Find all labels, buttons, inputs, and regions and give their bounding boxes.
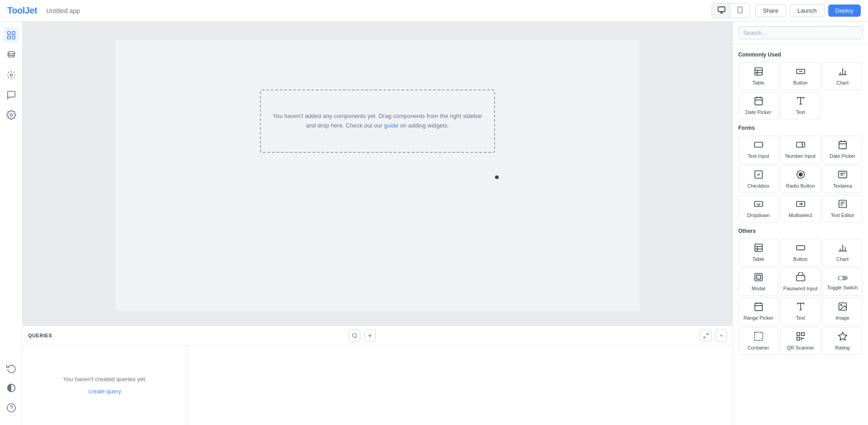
svg-rect-48 bbox=[838, 171, 846, 178]
component-others-chart[interactable]: Chart bbox=[822, 239, 863, 266]
queries-list: You haven't created queries yet. create … bbox=[23, 345, 188, 425]
component-password-input[interactable]: Password Input bbox=[780, 268, 821, 296]
collapse-queries-button[interactable] bbox=[715, 330, 727, 341]
svg-rect-8 bbox=[12, 36, 14, 39]
sidebar-item-components[interactable] bbox=[3, 27, 19, 43]
password-input-icon bbox=[796, 272, 806, 283]
others-grid: Table Button Chart bbox=[738, 239, 863, 355]
right-panel: Commonly Used Table Button bbox=[732, 22, 868, 425]
component-password-input-label: Password Input bbox=[783, 286, 818, 292]
component-container-label: Container bbox=[748, 345, 769, 351]
svg-rect-62 bbox=[796, 246, 804, 250]
component-date-picker[interactable]: Date Picker bbox=[738, 92, 778, 119]
add-query-button[interactable] bbox=[364, 330, 376, 341]
component-others-table-label: Table bbox=[752, 256, 764, 262]
component-radio-button[interactable]: Radio Button bbox=[780, 165, 821, 193]
component-range-picker[interactable]: Range Picker bbox=[738, 298, 778, 325]
device-toggle bbox=[712, 3, 750, 18]
component-qr-scanner-label: QR Scanner bbox=[787, 345, 814, 351]
component-text-editor-label: Text Editor bbox=[831, 212, 854, 218]
desktop-view-button[interactable] bbox=[712, 4, 731, 18]
svg-rect-41 bbox=[839, 142, 846, 149]
mobile-view-button[interactable] bbox=[731, 4, 749, 18]
canvas-page[interactable]: You haven't added any components yet. Dr… bbox=[115, 40, 640, 311]
search-bar bbox=[733, 22, 868, 44]
component-toggle-switch[interactable]: Toggle Switch bbox=[822, 268, 863, 296]
sidebar-item-settings[interactable] bbox=[3, 107, 19, 123]
component-textarea-label: Textarea bbox=[833, 183, 852, 189]
component-button[interactable]: Button bbox=[780, 62, 821, 90]
text-editor-icon bbox=[838, 199, 848, 210]
others-table-icon bbox=[754, 243, 764, 254]
svg-marker-87 bbox=[838, 332, 846, 340]
component-rating[interactable]: Rating bbox=[822, 327, 863, 355]
component-chart[interactable]: Chart bbox=[822, 62, 863, 90]
sidebar-item-undo[interactable] bbox=[3, 360, 19, 376]
component-textarea[interactable]: Textarea bbox=[822, 165, 863, 193]
component-number-input-label: Number Input bbox=[785, 153, 816, 159]
svg-rect-5 bbox=[7, 32, 10, 34]
component-text[interactable]: Text bbox=[780, 92, 821, 119]
component-multiselect[interactable]: Multiselect bbox=[780, 195, 821, 222]
drop-hint-text: You haven't added any components yet. Dr… bbox=[273, 112, 482, 131]
share-button[interactable]: Share bbox=[755, 4, 786, 17]
svg-line-18 bbox=[706, 333, 708, 335]
others-chart-icon bbox=[838, 243, 848, 254]
sidebar-item-integrations[interactable] bbox=[3, 67, 19, 83]
sidebar-item-datasources[interactable] bbox=[3, 47, 19, 63]
canvas-drop-zone[interactable]: You haven't added any components yet. Dr… bbox=[260, 90, 495, 153]
component-qr-scanner[interactable]: QR Scanner bbox=[780, 327, 821, 355]
component-container[interactable]: Container bbox=[738, 327, 778, 355]
component-number-input[interactable]: Number Input bbox=[780, 136, 821, 163]
component-text-label: Text bbox=[796, 109, 805, 115]
create-query-button[interactable]: create query bbox=[89, 388, 121, 395]
forms-date-picker-icon bbox=[838, 140, 848, 151]
component-others-button[interactable]: Button bbox=[780, 239, 821, 266]
svg-rect-80 bbox=[754, 332, 762, 340]
sidebar-item-comments[interactable] bbox=[3, 87, 19, 103]
others-text-icon bbox=[796, 302, 806, 313]
component-checkbox[interactable]: Checkbox bbox=[738, 165, 778, 193]
component-others-text-label: Text bbox=[796, 315, 805, 321]
guide-link[interactable]: guide bbox=[384, 122, 398, 129]
component-text-editor[interactable]: Text Editor bbox=[822, 195, 863, 222]
rating-icon bbox=[838, 331, 848, 343]
component-modal[interactable]: Modal bbox=[738, 268, 778, 296]
component-image[interactable]: Image bbox=[822, 298, 863, 325]
sidebar-item-theme[interactable] bbox=[3, 380, 19, 396]
svg-point-14 bbox=[352, 333, 356, 337]
svg-rect-72 bbox=[755, 303, 762, 311]
component-dropdown[interactable]: Dropdown bbox=[738, 195, 778, 222]
component-text-input-label: Text Input bbox=[748, 153, 769, 159]
component-others-chart-label: Chart bbox=[836, 256, 849, 262]
search-query-button[interactable] bbox=[349, 330, 360, 341]
forms-grid: Text Input Number Input Date Picker bbox=[738, 136, 863, 222]
deploy-button[interactable]: Deploy bbox=[828, 5, 861, 17]
main-layout: You haven't added any components yet. Dr… bbox=[0, 22, 868, 425]
svg-rect-20 bbox=[755, 68, 762, 76]
sidebar-item-help[interactable] bbox=[3, 400, 19, 416]
component-image-label: Image bbox=[835, 315, 849, 321]
component-radio-button-label: Radio Button bbox=[786, 183, 815, 189]
image-icon bbox=[838, 302, 848, 313]
expand-queries-button[interactable] bbox=[700, 330, 712, 341]
component-chart-label: Chart bbox=[836, 80, 849, 86]
text-input-icon bbox=[754, 140, 764, 151]
toggle-switch-icon bbox=[838, 274, 848, 283]
checkbox-icon bbox=[754, 170, 764, 181]
component-range-picker-label: Range Picker bbox=[743, 315, 773, 321]
canvas-area: You haven't added any components yet. Dr… bbox=[23, 22, 732, 425]
search-input[interactable] bbox=[738, 26, 863, 39]
component-table[interactable]: Table bbox=[738, 62, 778, 90]
component-text-input[interactable]: Text Input bbox=[738, 136, 778, 163]
queries-content: You haven't created queries yet. create … bbox=[23, 345, 732, 425]
launch-button[interactable]: Launch bbox=[790, 4, 825, 17]
svg-point-79 bbox=[840, 305, 842, 306]
component-others-table[interactable]: Table bbox=[738, 239, 778, 266]
canvas-wrapper[interactable]: You haven't added any components yet. Dr… bbox=[23, 22, 732, 326]
range-picker-icon bbox=[754, 302, 764, 313]
component-others-text[interactable]: Text bbox=[780, 298, 821, 325]
svg-rect-7 bbox=[7, 36, 10, 39]
commonly-used-grid: Table Button Chart bbox=[738, 62, 863, 119]
component-forms-date-picker[interactable]: Date Picker bbox=[822, 136, 863, 163]
